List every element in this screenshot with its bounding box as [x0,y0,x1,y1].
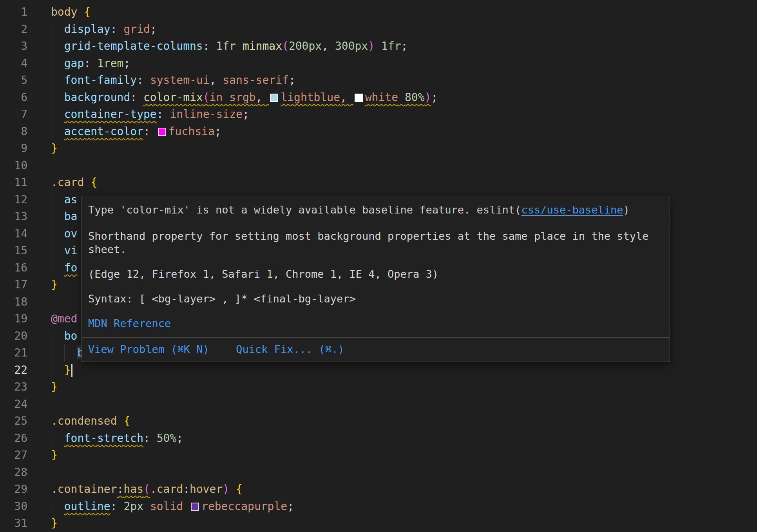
code-text: ba [51,208,77,225]
token [51,227,64,240]
token [51,210,64,223]
token: , [256,91,269,104]
line-number: 8 [0,123,27,140]
token: ( [143,483,150,496]
code-editor: 1body {2 display: grid;3 grid-template-c… [0,0,757,532]
token: white [365,91,398,104]
code-line[interactable]: 23} [0,378,757,396]
code-text: grid-template-columns: 1fr minmax(200px,… [51,38,407,55]
token: .condensed [51,414,117,427]
code-line[interactable]: 10 [0,157,757,174]
token: } [64,364,71,376]
token: font-family [64,74,137,87]
token: gap [64,57,84,70]
quick-fix-button[interactable]: Quick Fix... (⌘.) [236,343,344,355]
token: grid-template-columns [64,40,203,52]
line-number: 16 [0,259,27,277]
token: display [64,23,110,36]
code-text: } [51,362,72,379]
code-text: body { [51,4,91,21]
code-line[interactable]: 3 grid-template-columns: 1fr minmax(200p… [0,38,757,55]
code-text: @med [51,310,77,328]
token: : [110,500,124,513]
token: ; [215,125,221,138]
color-swatch[interactable] [355,94,363,102]
code-line[interactable]: 2 display: grid; [0,21,757,38]
token: 1fr [216,40,236,52]
line-number: 17 [0,276,27,293]
code-text: font-family: system-ui, sans-serif; [51,72,295,89]
color-swatch[interactable] [270,94,278,102]
token: 200px [289,40,322,52]
code-line[interactable]: 22 } [0,362,757,379]
code-line[interactable]: 1body { [0,4,757,21]
code-text: } [51,378,58,396]
line-number: 23 [0,378,27,396]
token [51,74,64,87]
token: @med [51,312,77,325]
code-line[interactable]: 30 outline: 2px solid rebeccapurple; [0,498,757,515]
code-line[interactable]: 9} [0,140,757,157]
code-line[interactable]: 27} [0,447,757,464]
code-line[interactable]: 25.condensed { [0,413,757,430]
token [236,40,243,52]
token [51,108,64,121]
code-text: fo [51,259,77,277]
line-number: 10 [0,157,27,174]
code-text: .container:has(.card:hover) { [51,481,243,498]
line-number: 9 [0,140,27,157]
code-text: } [51,447,58,464]
indent-guide [51,123,51,140]
token: : [143,432,157,445]
token: } [51,278,58,291]
code-line[interactable]: 26 font-stretch: 50%; [0,430,757,447]
code-line[interactable]: 29.container:has(.card:hover) { [0,481,757,498]
token: in srgb [210,91,256,104]
line-number: 6 [0,89,27,106]
token [51,261,64,274]
token: 1rem [97,57,123,70]
code-line[interactable]: 31} [0,515,757,532]
eslint-rule-link[interactable]: css/use-baseline [521,204,623,216]
property-description: Shorthand property for setting most back… [88,230,662,256]
token: ) [223,483,229,496]
line-number: 11 [0,174,27,191]
indent-guide [51,89,51,106]
line-number: 7 [0,106,27,123]
token [229,483,236,496]
token: background [64,91,130,104]
code-line[interactable]: 5 font-family: system-ui, sans-serif; [0,72,757,89]
token: font-stretch [64,432,143,445]
code-line[interactable]: 4 gap: 1rem; [0,55,757,72]
token: ; [287,500,294,513]
view-problem-button[interactable]: View Problem (⌘K N) [88,343,209,355]
code-line[interactable]: 6 background: color-mix(in srgb, lightbl… [0,89,757,106]
indent-guide [51,55,51,72]
property-docs: Shorthand property for setting most back… [82,223,670,337]
line-number: 26 [0,430,27,447]
indent-guide [51,362,51,379]
color-swatch[interactable] [158,128,166,136]
browser-support: (Edge 12, Firefox 1, Safari 1, Chrome 1,… [88,268,662,281]
token: ; [289,74,295,87]
token [51,91,64,104]
token: { [84,5,91,18]
code-line[interactable]: 28 [0,464,757,481]
diagnostic-text: Type 'color-mix' is not a widely availab… [88,204,521,216]
line-number: 25 [0,413,27,430]
mdn-reference-link[interactable]: MDN Reference [88,317,171,329]
token: } [51,142,58,155]
token: : [143,125,157,138]
token: } [51,449,58,461]
token: , [210,74,223,87]
line-number: 14 [0,225,27,242]
code-line[interactable]: 7 container-type: inline-size; [0,106,757,123]
code-line[interactable]: 24 [0,396,757,413]
token: accent-color [64,125,143,138]
code-line[interactable]: 8 accent-color: fuchsia; [0,123,757,140]
code-text: bo [51,328,77,345]
token: ) [368,40,375,52]
code-line[interactable]: 11.card { [0,174,757,191]
code-text: } [51,276,58,293]
color-swatch[interactable] [191,503,199,511]
